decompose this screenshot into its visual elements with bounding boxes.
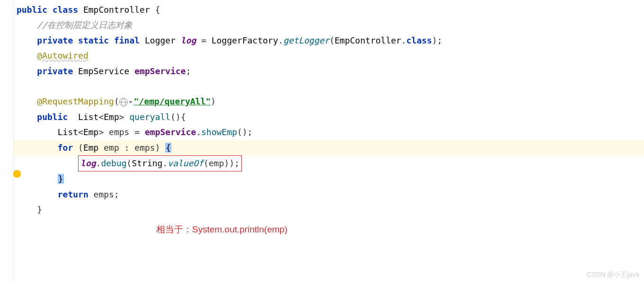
angle: < xyxy=(98,112,104,122)
paren: ) xyxy=(229,158,234,168)
paren: ( xyxy=(78,143,83,153)
code-line[interactable]: //在控制层定义日志对象 xyxy=(14,17,644,33)
brace: { xyxy=(155,5,160,15)
class-name: EmpController xyxy=(83,5,150,15)
user-annotation: 相当于：System.out.println(emp) xyxy=(156,223,288,236)
watermark: CSDN @小王java xyxy=(587,271,639,279)
brace: } xyxy=(37,205,42,214)
dot: . xyxy=(96,158,101,168)
angle: < xyxy=(78,127,83,137)
code-line[interactable]: } xyxy=(14,171,644,187)
semicolon: ; xyxy=(186,66,191,76)
method-call: showEmp xyxy=(201,127,237,137)
highlighted-box: log.debug(String.valueOf(emp)); xyxy=(78,155,242,171)
paren: ) xyxy=(224,158,229,168)
variable: log xyxy=(80,158,96,168)
keyword: return xyxy=(58,189,88,199)
method-call: debug xyxy=(101,158,126,168)
paren: ) xyxy=(432,35,437,45)
code-line[interactable]: public class EmpController { xyxy=(14,2,644,17)
annotation: @RequestMapping xyxy=(37,96,114,106)
angle: > xyxy=(119,112,124,122)
method-name: queryall xyxy=(129,112,170,122)
method-call: valueOf xyxy=(168,158,203,168)
code-line[interactable]: log.debug(String.valueOf(emp)); xyxy=(14,155,644,171)
code-line[interactable]: @RequestMapping("/emp/queryAll") xyxy=(14,94,644,109)
globe-icon[interactable] xyxy=(119,98,128,106)
variable: emps xyxy=(109,127,129,137)
operator: = xyxy=(134,127,140,137)
matching-brace: { xyxy=(165,143,171,153)
variable: emps xyxy=(94,189,114,199)
keyword: class xyxy=(53,5,78,15)
type: Emp xyxy=(104,112,119,122)
type: Emp xyxy=(83,143,99,153)
type: String xyxy=(132,158,162,168)
annotation: @Autowired xyxy=(37,51,88,60)
type: Logger xyxy=(145,35,176,45)
type: EmpService xyxy=(78,66,129,76)
keyword: for xyxy=(58,143,73,153)
parens: () xyxy=(237,127,247,137)
dot: . xyxy=(401,35,406,45)
brace: { xyxy=(181,112,186,122)
dot: . xyxy=(196,127,201,137)
code-line[interactable]: return emps; xyxy=(14,187,644,202)
argument: emp xyxy=(209,158,224,168)
type: List xyxy=(78,112,98,122)
variable: log xyxy=(181,35,196,45)
operator: = xyxy=(201,35,206,45)
comment: //在控制层定义日志对象 xyxy=(37,20,132,30)
keyword: public xyxy=(37,112,68,122)
code-line[interactable]: } xyxy=(14,202,644,217)
code-line[interactable]: private static final Logger log = Logger… xyxy=(14,33,644,48)
variable: emps xyxy=(134,143,155,153)
keyword: static xyxy=(78,35,109,45)
paren: ( xyxy=(127,158,132,168)
class-ref: LoggerFactory xyxy=(212,35,278,45)
code-line[interactable]: List<Emp> emps = empService.showEmp(); xyxy=(14,125,644,140)
parens: () xyxy=(170,112,181,122)
paren: ) xyxy=(155,143,160,153)
type: List xyxy=(58,127,78,137)
code-line[interactable]: @Autowired xyxy=(14,48,644,63)
dot: . xyxy=(278,35,283,45)
class-ref: EmpController xyxy=(335,35,401,45)
keyword: private xyxy=(37,35,73,45)
paren: ) xyxy=(211,96,216,106)
angle: > xyxy=(98,127,104,137)
semicolon: ; xyxy=(247,127,253,137)
method-call: getLogger xyxy=(283,35,330,45)
code-editor[interactable]: public class EmpController { //在控制层定义日志对… xyxy=(0,0,644,217)
semicolon: ; xyxy=(114,189,119,199)
editor-gutter xyxy=(0,0,14,282)
string-literal: "/emp/queryAll" xyxy=(134,96,211,106)
type: Emp xyxy=(83,127,99,137)
chevron-down-icon[interactable] xyxy=(129,101,132,103)
paren: ( xyxy=(114,96,119,106)
colon: : xyxy=(124,143,130,153)
keyword: public xyxy=(17,5,47,15)
paren: ( xyxy=(203,158,209,168)
code-line-highlighted[interactable]: for (Emp emp : emps) { xyxy=(14,140,644,155)
dot: . xyxy=(162,158,168,168)
semicolon: ; xyxy=(437,35,442,45)
code-line[interactable] xyxy=(14,79,644,94)
variable: emp xyxy=(104,143,119,153)
keyword: final xyxy=(114,35,140,45)
lightbulb-icon[interactable] xyxy=(13,170,21,178)
keyword: private xyxy=(37,66,73,76)
paren: ( xyxy=(329,35,335,45)
field: empService xyxy=(145,127,196,137)
code-line[interactable]: public List<Emp> queryall(){ xyxy=(14,110,644,125)
keyword: class xyxy=(406,35,432,45)
matching-brace: } xyxy=(58,174,64,184)
field: empService xyxy=(134,66,185,76)
semicolon: ; xyxy=(234,158,239,168)
code-line[interactable]: private EmpService empService; xyxy=(14,64,644,79)
